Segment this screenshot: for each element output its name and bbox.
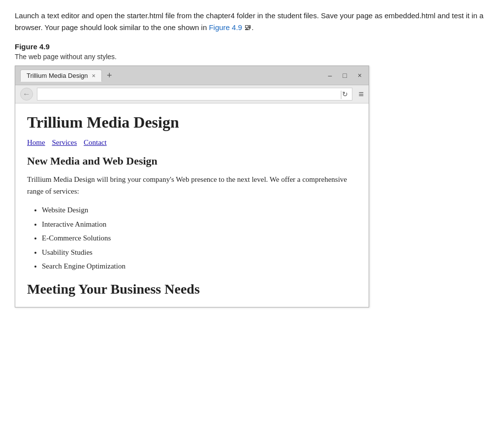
back-icon: ← bbox=[23, 90, 31, 99]
tab-title: Trillium Media Design bbox=[27, 72, 88, 79]
list-item: Usability Studies bbox=[42, 245, 357, 260]
figure-caption: The web page without any styles. bbox=[15, 53, 489, 61]
page-wrapper: Launch a text editor and open the starte… bbox=[0, 0, 504, 317]
close-button[interactable]: × bbox=[356, 70, 364, 80]
services-list: Website Design Interactive Animation E-C… bbox=[27, 203, 357, 273]
browser-titlebar: Trillium Media Design × + – □ × bbox=[15, 66, 369, 85]
intro-text-after: . bbox=[252, 23, 253, 32]
intro-paragraph: Launch a text editor and open the starte… bbox=[15, 10, 489, 34]
figure-label: Figure 4.9 bbox=[15, 42, 489, 51]
tab-close-button[interactable]: × bbox=[92, 72, 96, 79]
browser-content: Trillium Media Design Home Services Cont… bbox=[15, 103, 369, 307]
nav-link-services[interactable]: Services bbox=[52, 138, 77, 146]
browser-tabs: Trillium Media Design × + bbox=[20, 69, 117, 82]
list-item: Website Design bbox=[42, 203, 357, 217]
nav-link-contact[interactable]: Contact bbox=[84, 138, 107, 146]
browser-window: Trillium Media Design × + – □ × ← | ↻ ≡ bbox=[15, 66, 369, 307]
list-item: Interactive Animation bbox=[42, 217, 357, 232]
list-item: Search Engine Optimization bbox=[42, 259, 357, 273]
nav-link-home[interactable]: Home bbox=[27, 138, 45, 146]
browser-tab-active[interactable]: Trillium Media Design × bbox=[20, 69, 102, 82]
figure-link[interactable]: Figure 4.9 bbox=[209, 23, 242, 32]
figure-icon: 🖳 bbox=[244, 23, 252, 32]
new-tab-button[interactable]: + bbox=[102, 69, 117, 82]
browser-addressbar: ← | ↻ ≡ bbox=[15, 85, 369, 103]
site-nav: Home Services Contact bbox=[27, 138, 357, 147]
maximize-button[interactable]: □ bbox=[341, 70, 348, 80]
address-bar[interactable]: | ↻ bbox=[37, 88, 352, 101]
refresh-icon[interactable]: ↻ bbox=[342, 90, 348, 98]
section1-paragraph: Trillium Media Design will bring your co… bbox=[27, 173, 357, 197]
window-controls: – □ × bbox=[326, 70, 364, 80]
section2-heading: Meeting Your Business Needs bbox=[27, 281, 357, 297]
minimize-button[interactable]: – bbox=[326, 70, 334, 80]
section1-heading: New Media and Web Design bbox=[27, 155, 357, 168]
back-button[interactable]: ← bbox=[20, 88, 33, 101]
site-title: Trillium Media Design bbox=[27, 113, 357, 132]
list-item: E-Commerce Solutions bbox=[42, 231, 357, 245]
menu-icon[interactable]: ≡ bbox=[358, 89, 364, 100]
